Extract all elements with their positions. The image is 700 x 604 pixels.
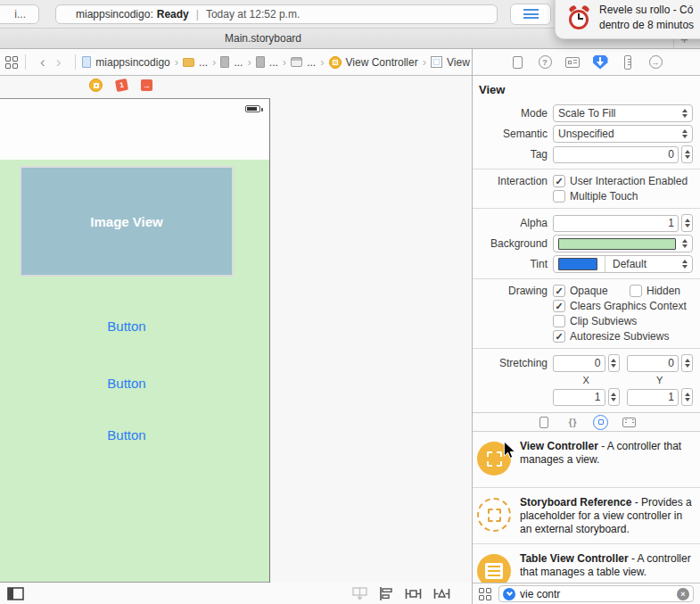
library-item-view-controller[interactable]: View Controller - A controller that mana… — [473, 432, 700, 488]
breadcrumb-file[interactable]: ... — [256, 56, 278, 69]
stretching-height-stepper[interactable] — [681, 388, 693, 406]
view-controller-scene[interactable]: Image View Button Button Button — [0, 98, 270, 583]
attributes-inspector-tab[interactable] — [592, 54, 608, 71]
code-snippet-library-tab[interactable]: { } — [564, 413, 581, 431]
first-responder-icon[interactable]: 1 — [115, 79, 128, 92]
image-view[interactable]: Image View — [20, 166, 234, 277]
user-interaction-checkbox[interactable]: ✓ — [553, 175, 565, 187]
background-color-well[interactable] — [558, 238, 676, 250]
opaque-checkbox[interactable]: ✓ — [553, 285, 565, 297]
size-inspector-tab[interactable] — [620, 54, 636, 71]
tag-value: 0 — [668, 148, 674, 161]
sidebar-toggle-icon[interactable] — [7, 587, 24, 600]
search-filter-icon[interactable] — [503, 588, 515, 600]
breadcrumb-label: ... — [307, 56, 316, 69]
breadcrumb-file[interactable]: ... — [220, 56, 243, 69]
library-search-box[interactable]: × — [498, 585, 694, 602]
divider — [605, 256, 605, 272]
notification-title: Revele su rollo - Có — [599, 4, 693, 16]
back-button[interactable]: ‹ — [32, 54, 54, 70]
autoresize-subviews-checkbox[interactable]: ✓ — [553, 330, 565, 343]
stretching-y-field[interactable]: 0 — [627, 355, 679, 372]
root-view[interactable]: Image View Button Button Button — [0, 160, 269, 583]
library-search-input[interactable] — [520, 588, 672, 600]
breadcrumb-storyboard[interactable]: ... — [291, 56, 316, 69]
exit-icon[interactable]: → — [141, 79, 152, 91]
panel-divider[interactable] — [472, 49, 473, 604]
stretching-width-field[interactable]: 1 — [553, 389, 605, 406]
breadcrumb-label: ... — [269, 56, 278, 69]
semantic-label: Semantic — [473, 128, 548, 140]
clip-subviews-checkbox[interactable] — [553, 315, 565, 327]
pin-constraints-icon[interactable] — [405, 587, 422, 600]
quick-help-tab[interactable]: ? — [537, 54, 553, 71]
scheme-button[interactable]: i... — [0, 4, 39, 24]
library-item-storyboard-reference[interactable]: Storyboard Reference - Provides a placeh… — [473, 488, 700, 544]
editor-bottom-bar — [0, 583, 472, 604]
notification-subtitle: dentro de 8 minutos — [599, 19, 694, 31]
tint-color-well[interactable] — [558, 258, 597, 270]
background-color-popup[interactable] — [553, 235, 693, 252]
media-library-tab[interactable] — [622, 413, 638, 431]
library-item-name: Table View Controller — [520, 552, 629, 565]
tag-stepper[interactable] — [681, 145, 693, 163]
connections-inspector-tab[interactable]: → — [647, 54, 663, 71]
related-items-icon[interactable] — [5, 56, 19, 69]
tag-field[interactable]: 0 — [553, 146, 679, 163]
breadcrumb-folder[interactable]: ... — [183, 56, 208, 69]
scene-dock: 1 → — [89, 79, 152, 92]
autoresize-subviews-label: Autoresize Subviews — [570, 330, 669, 343]
semantic-popup[interactable]: Unspecified — [553, 125, 693, 143]
stretching-x-axis-label: X — [553, 375, 620, 385]
stretching-x-stepper[interactable] — [608, 354, 620, 372]
align-icon[interactable] — [379, 587, 393, 600]
xcode-window: i... miappsincodigo: Ready | Today at 12… — [0, 0, 700, 604]
button-2[interactable]: Button — [0, 376, 253, 391]
jump-bar: ‹ › miappsincodigo › ... › ... › ... › .… — [0, 49, 473, 76]
standard-editor-button[interactable] — [510, 4, 551, 25]
stretching-y-stepper[interactable] — [681, 354, 693, 372]
stretching-height-field[interactable]: 1 — [627, 389, 679, 406]
breadcrumb-project[interactable]: miappsincodigo — [82, 56, 169, 69]
storyboard-canvas[interactable]: 1 → Image View Button Button Button — [0, 76, 472, 583]
multiple-touch-checkbox[interactable] — [553, 190, 565, 203]
clear-search-icon[interactable]: × — [677, 588, 689, 600]
breadcrumb-label: ... — [234, 56, 243, 69]
identity-inspector-tab[interactable] — [564, 54, 581, 71]
hidden-checkbox[interactable] — [630, 285, 642, 297]
popup-chevrons-icon — [682, 129, 688, 138]
button-1[interactable]: Button — [0, 319, 253, 334]
breadcrumb-label: ... — [199, 56, 208, 69]
stretching-width-stepper[interactable] — [608, 388, 620, 406]
breadcrumb-label: miappsincodigo — [95, 56, 169, 69]
breadcrumb-view[interactable]: View — [431, 56, 470, 69]
alpha-field[interactable]: 1 — [553, 215, 679, 232]
button-3[interactable]: Button — [0, 427, 253, 443]
notification-text: Revele su rollo - Có dentro de 8 minutos — [599, 3, 694, 33]
breadcrumb-view-controller[interactable]: View Controller — [329, 56, 418, 69]
library-grid-icon[interactable] — [479, 588, 492, 600]
inspector-section-title: View — [473, 79, 700, 102]
mode-popup[interactable]: Scale To Fill — [553, 104, 693, 122]
file-inspector-tab[interactable] — [509, 54, 525, 71]
image-view-label: Image View — [90, 214, 162, 229]
stretching-x-field[interactable]: 0 — [553, 355, 605, 372]
file-template-library-tab[interactable] — [536, 413, 552, 431]
resolve-layout-issues-icon[interactable] — [433, 587, 450, 600]
breadcrumb-separator: › — [320, 55, 324, 69]
tint-popup[interactable]: Default — [553, 255, 693, 273]
object-library-tab[interactable] — [593, 413, 609, 431]
popup-chevrons-icon — [682, 260, 688, 269]
section-divider — [473, 278, 700, 279]
breadcrumb-separator: › — [212, 55, 216, 69]
stretching-width-value: 1 — [595, 391, 601, 403]
divider — [25, 54, 26, 70]
notification-banner[interactable]: Revele su rollo - Có dentro de 8 minutos — [555, 0, 700, 39]
forward-button[interactable]: › — [54, 54, 70, 70]
tab-main-storyboard[interactable]: Main.storyboard — [178, 32, 348, 45]
clears-graphics-checkbox[interactable]: ✓ — [553, 300, 565, 312]
view-controller-dock-icon[interactable] — [89, 79, 103, 92]
opaque-label: Opaque — [570, 285, 608, 297]
alpha-stepper[interactable] — [681, 214, 693, 232]
embed-in-stack-icon[interactable] — [352, 587, 367, 600]
